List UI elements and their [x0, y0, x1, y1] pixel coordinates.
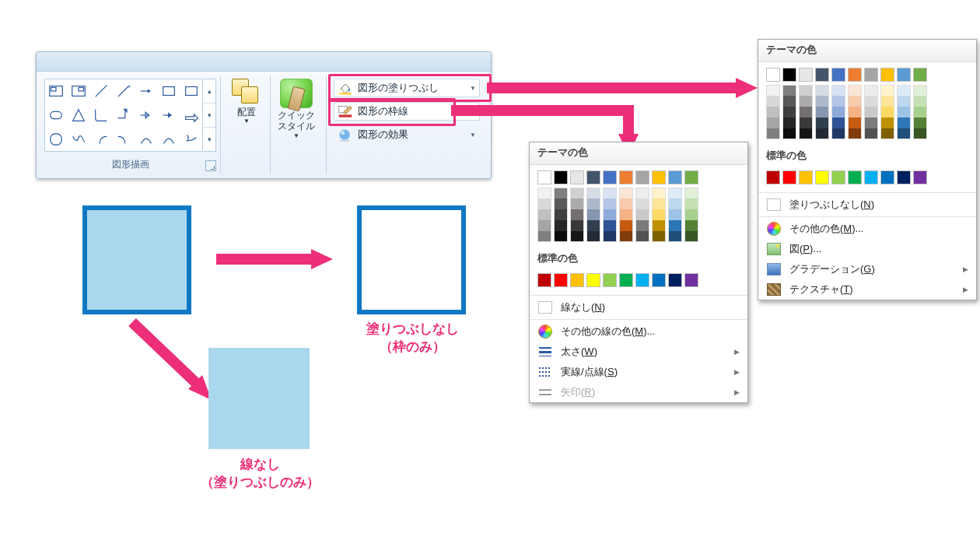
color-swatch[interactable]: [668, 220, 682, 231]
color-swatch[interactable]: [799, 96, 813, 107]
color-swatch[interactable]: [635, 209, 649, 220]
shape-effects-button[interactable]: 図形の効果 ▼: [334, 125, 480, 144]
color-swatch[interactable]: [586, 188, 600, 198]
color-swatch[interactable]: [913, 68, 927, 82]
color-swatch[interactable]: [848, 85, 862, 96]
color-swatch[interactable]: [652, 198, 666, 209]
color-swatch[interactable]: [799, 85, 813, 96]
shapes-gallery-scroll[interactable]: ▴▾▾: [203, 79, 216, 152]
color-swatch[interactable]: [603, 188, 617, 198]
color-swatch[interactable]: [668, 273, 682, 287]
color-swatch[interactable]: [913, 118, 927, 128]
color-swatch[interactable]: [799, 170, 813, 184]
color-swatch[interactable]: [570, 188, 584, 198]
color-swatch[interactable]: [635, 220, 649, 231]
color-swatch[interactable]: [603, 198, 617, 209]
color-swatch[interactable]: [766, 118, 780, 128]
dialog-launcher[interactable]: [205, 160, 216, 171]
color-swatch[interactable]: [848, 107, 862, 118]
color-swatch[interactable]: [684, 231, 698, 242]
color-swatch[interactable]: [554, 198, 568, 209]
color-swatch[interactable]: [668, 198, 682, 209]
color-swatch[interactable]: [831, 170, 845, 184]
color-swatch[interactable]: [603, 209, 617, 220]
color-swatch[interactable]: [586, 220, 600, 231]
color-swatch[interactable]: [684, 209, 698, 220]
color-swatch[interactable]: [897, 107, 911, 118]
color-swatch[interactable]: [652, 209, 666, 220]
color-swatch[interactable]: [684, 198, 698, 209]
color-swatch[interactable]: [880, 128, 894, 139]
color-swatch[interactable]: [619, 188, 633, 198]
color-swatch[interactable]: [619, 220, 633, 231]
color-swatch[interactable]: [684, 170, 698, 184]
color-swatch[interactable]: [913, 85, 927, 96]
color-swatch[interactable]: [586, 198, 600, 209]
color-swatch[interactable]: [766, 170, 780, 184]
color-swatch[interactable]: [537, 231, 551, 242]
color-swatch[interactable]: [848, 118, 862, 128]
line-dash-item[interactable]: 実線/点線(S) ▶: [530, 362, 747, 382]
color-swatch[interactable]: [766, 85, 780, 96]
color-swatch[interactable]: [864, 85, 878, 96]
no-line-item[interactable]: 線なし(N): [530, 297, 747, 318]
color-swatch[interactable]: [766, 107, 780, 118]
color-swatch[interactable]: [831, 68, 845, 82]
color-swatch[interactable]: [831, 128, 845, 139]
color-swatch[interactable]: [619, 209, 633, 220]
color-swatch[interactable]: [635, 231, 649, 242]
color-swatch[interactable]: [652, 220, 666, 231]
color-swatch[interactable]: [880, 118, 894, 128]
color-swatch[interactable]: [603, 273, 617, 287]
color-swatch[interactable]: [537, 170, 551, 184]
color-swatch[interactable]: [815, 118, 829, 128]
color-swatch[interactable]: [880, 107, 894, 118]
color-swatch[interactable]: [880, 96, 894, 107]
gradient-fill-item[interactable]: グラデーション(G) ▶: [758, 259, 976, 279]
picture-fill-item[interactable]: 図(P)...: [758, 239, 976, 259]
color-swatch[interactable]: [799, 128, 813, 139]
no-fill-item[interactable]: 塗りつぶしなし(N): [758, 195, 976, 215]
color-swatch[interactable]: [635, 170, 649, 184]
shapes-gallery[interactable]: [44, 79, 203, 152]
color-swatch[interactable]: [619, 198, 633, 209]
color-swatch[interactable]: [831, 96, 845, 107]
color-swatch[interactable]: [831, 107, 845, 118]
color-swatch[interactable]: [570, 220, 584, 231]
color-swatch[interactable]: [619, 231, 633, 242]
more-fill-colors-item[interactable]: その他の色(M)...: [758, 219, 976, 239]
color-swatch[interactable]: [913, 107, 927, 118]
color-swatch[interactable]: [684, 188, 698, 198]
color-swatch[interactable]: [570, 231, 584, 242]
color-swatch[interactable]: [897, 128, 911, 139]
color-swatch[interactable]: [652, 170, 666, 184]
color-swatch[interactable]: [635, 188, 649, 198]
color-swatch[interactable]: [652, 231, 666, 242]
color-swatch[interactable]: [684, 273, 698, 287]
color-swatch[interactable]: [815, 128, 829, 139]
color-swatch[interactable]: [848, 170, 862, 184]
color-swatch[interactable]: [586, 231, 600, 242]
color-swatch[interactable]: [586, 273, 600, 287]
color-swatch[interactable]: [815, 96, 829, 107]
color-swatch[interactable]: [831, 85, 845, 96]
texture-fill-item[interactable]: テクスチャ(T) ▶: [758, 279, 976, 300]
color-swatch[interactable]: [815, 85, 829, 96]
color-swatch[interactable]: [848, 128, 862, 139]
arrange-button[interactable]: 配置 ▼: [228, 79, 265, 125]
shape-outline-button[interactable]: 図形の枠線 ▼: [334, 102, 480, 121]
color-swatch[interactable]: [619, 273, 633, 287]
color-swatch[interactable]: [799, 107, 813, 118]
color-swatch[interactable]: [619, 170, 633, 184]
color-swatch[interactable]: [799, 118, 813, 128]
color-swatch[interactable]: [635, 198, 649, 209]
color-swatch[interactable]: [864, 96, 878, 107]
color-swatch[interactable]: [782, 96, 796, 107]
color-swatch[interactable]: [864, 107, 878, 118]
color-swatch[interactable]: [652, 188, 666, 198]
color-swatch[interactable]: [537, 198, 551, 209]
color-swatch[interactable]: [880, 68, 894, 82]
color-swatch[interactable]: [864, 128, 878, 139]
color-swatch[interactable]: [537, 273, 551, 287]
color-swatch[interactable]: [554, 209, 568, 220]
